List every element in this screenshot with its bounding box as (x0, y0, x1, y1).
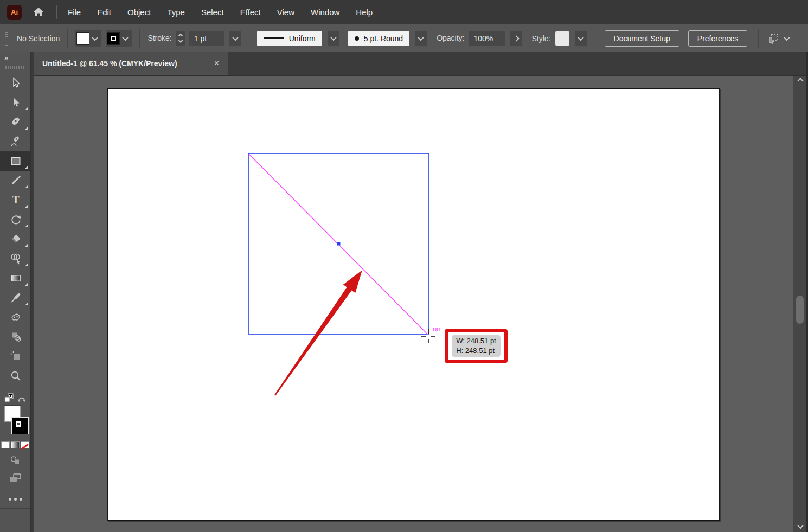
smart-guide-label: on (433, 325, 440, 333)
fill-dropdown[interactable] (89, 31, 100, 46)
flyout-triangle-icon (25, 225, 28, 227)
width-profile-select[interactable]: Uniform (257, 31, 322, 46)
color-button[interactable] (1, 441, 10, 448)
flyout-triangle-icon (25, 127, 28, 130)
stroke-color-control[interactable] (106, 30, 132, 47)
move-artboard-icon (766, 33, 780, 44)
divider (249, 29, 249, 48)
stroke-preview-icon (264, 37, 284, 39)
rotate-tool[interactable] (0, 210, 31, 229)
fill-color-control[interactable] (75, 30, 101, 47)
gradient-button[interactable] (11, 441, 20, 448)
chevron-down-icon (797, 523, 803, 529)
menubar-divider (56, 5, 57, 19)
chevron-up-icon (178, 33, 183, 37)
divider (3, 389, 28, 389)
toolbar-collapse-button[interactable]: » (0, 52, 30, 63)
stroke-weight-label[interactable]: Stroke: (148, 34, 171, 43)
default-fill-stroke-icon[interactable] (4, 393, 15, 404)
brush-dropdown[interactable] (415, 31, 427, 46)
menu-item-window[interactable]: Window (311, 8, 339, 17)
screen-mode-button[interactable] (0, 472, 30, 484)
opacity-flyout-button[interactable] (510, 31, 522, 46)
menu-item-select[interactable]: Select (201, 8, 224, 17)
fill-stroke-indicator (0, 405, 30, 438)
document-tab[interactable]: Untitled-1 @ 61.45 % (CMYK/Preview) × (34, 52, 228, 75)
swap-fill-stroke-icon[interactable] (17, 394, 27, 403)
menu-item-help[interactable]: Help (356, 8, 373, 17)
move-artboard-control[interactable] (766, 33, 789, 44)
stroke-weight-input[interactable]: 1 pt (189, 31, 224, 46)
chevron-down-icon (92, 34, 98, 40)
tab-bar: Untitled-1 @ 61.45 % (CMYK/Preview) × (34, 52, 806, 76)
pen-tool[interactable] (0, 112, 31, 132)
blend-tool[interactable] (0, 307, 31, 327)
paintbrush-tool[interactable] (0, 171, 31, 190)
app-logo-icon[interactable]: Ai (7, 5, 22, 20)
chevron-down-icon (123, 34, 129, 40)
stroke-weight-dropdown[interactable] (229, 31, 241, 46)
brush-value: 5 pt. Round (364, 34, 403, 43)
toolbar-grip[interactable] (5, 66, 25, 69)
tab-close-icon[interactable]: × (214, 59, 219, 68)
eraser-tool[interactable] (0, 229, 31, 249)
document-setup-button[interactable]: Document Setup (605, 30, 679, 47)
curvature-tool[interactable] (0, 132, 31, 151)
style-dropdown[interactable] (575, 31, 587, 46)
flyout-triangle-icon (25, 205, 28, 208)
edit-toolbar-button[interactable] (0, 498, 30, 501)
shape-builder-tool[interactable] (0, 249, 31, 268)
menu-item-type[interactable]: Type (167, 8, 185, 17)
menu-item-file[interactable]: File (68, 8, 81, 17)
flyout-triangle-icon (25, 303, 28, 305)
artboard-tool[interactable] (0, 347, 31, 366)
eyedropper-tool[interactable] (0, 288, 31, 307)
direct-selection-tool[interactable] (0, 93, 31, 112)
opacity-input[interactable]: 100% (469, 31, 505, 46)
width-profile-dropdown[interactable] (328, 31, 339, 46)
stroke-proxy[interactable] (12, 418, 28, 434)
none-button[interactable] (21, 441, 29, 448)
menubar: Ai FileEditObjectTypeSelectEffectViewWin… (0, 0, 808, 24)
chevron-right-icon (513, 35, 519, 41)
zoom-tool[interactable] (0, 366, 31, 386)
style-label: Style: (532, 34, 551, 43)
artboard[interactable] (107, 88, 720, 521)
flyout-triangle-icon (25, 264, 28, 266)
style-swatch[interactable] (555, 31, 569, 46)
document-area: Untitled-1 @ 61.45 % (CMYK/Preview) × (34, 52, 808, 532)
menu-item-view[interactable]: View (277, 8, 294, 17)
divider (139, 29, 140, 48)
scroll-down-button[interactable] (793, 524, 806, 529)
stroke-swatch[interactable] (107, 32, 120, 45)
stroke-dropdown[interactable] (120, 31, 131, 46)
stroke-weight-stepper[interactable] (176, 31, 185, 46)
menu-item-object[interactable]: Object (127, 8, 151, 17)
gradient-tool[interactable] (0, 268, 31, 288)
vertical-scrollbar[interactable] (793, 76, 806, 532)
chevron-down-icon (178, 38, 183, 42)
control-bar-grip[interactable] (5, 31, 8, 46)
preferences-button[interactable]: Preferences (688, 30, 747, 47)
canvas-pasteboard[interactable]: on W: 248.51 pt H: 248.51 pt (34, 76, 806, 532)
scrollbar-thumb[interactable] (796, 296, 804, 324)
menu-item-effect[interactable]: Effect (240, 8, 261, 17)
annotation-highlight-box: W: 248.51 pt H: 248.51 pt (445, 329, 508, 363)
opacity-label[interactable]: Opacity: (437, 34, 464, 43)
toolbar-footer (0, 508, 30, 532)
selection-tool[interactable] (0, 73, 31, 93)
symbols-tool[interactable] (0, 327, 31, 347)
scroll-up-button[interactable] (793, 79, 806, 83)
selection-status: No Selection (17, 34, 60, 43)
flyout-triangle-icon (25, 107, 28, 110)
none-slash-icon (21, 444, 29, 450)
fill-swatch[interactable] (76, 32, 89, 45)
draw-mode-button[interactable] (0, 455, 30, 466)
flyout-triangle-icon (25, 244, 28, 247)
rectangle-tool[interactable] (0, 151, 31, 171)
brush-select[interactable]: 5 pt. Round (348, 31, 409, 46)
brush-preview-icon (355, 36, 359, 41)
home-button[interactable] (33, 7, 44, 17)
menu-item-edit[interactable]: Edit (97, 8, 111, 17)
type-tool[interactable]: T (0, 190, 31, 210)
